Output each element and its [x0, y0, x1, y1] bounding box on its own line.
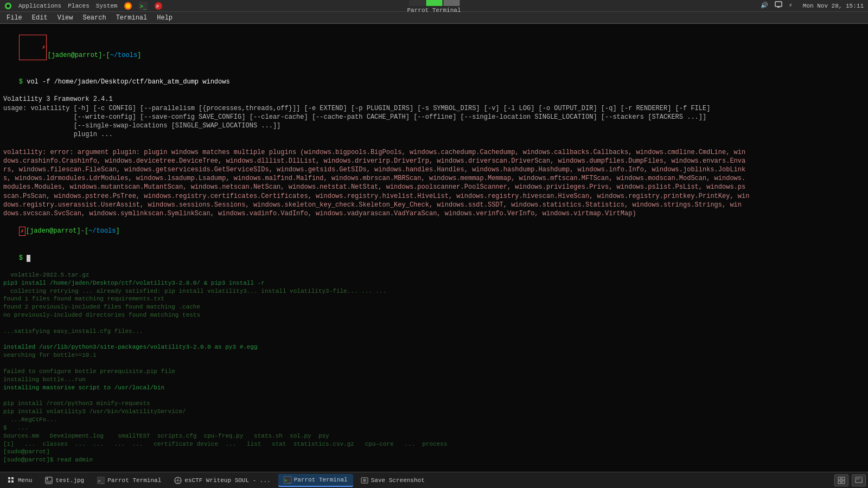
terminal-dim-21: Sources.mm Development.log smallTEST scr…: [3, 432, 865, 440]
menu-search[interactable]: Search: [78, 13, 110, 23]
windows-icon: [855, 477, 863, 484]
taskbar-menu-label: Menu: [18, 477, 32, 484]
svg-point-17: [47, 478, 48, 479]
terminal-line-6: plugin ...: [3, 130, 865, 139]
terminal-dim-6: no previously-included directories found…: [3, 311, 865, 319]
terminal-dim-23: [sudo@parrot]: [3, 448, 865, 456]
top-bar-center: Parrot Terminal: [407, 0, 461, 14]
terminal-dim-5: found 2 previously-included files found …: [3, 303, 865, 311]
terminal-dim-14: installing bottle...run: [3, 376, 865, 384]
terminal-line-7: [3, 139, 865, 147]
taskbar-terminal2-btn[interactable]: >_ Parrot Terminal: [278, 474, 353, 487]
terminal-line-1: ✗ [jaden@parrot]-[~/tools]: [3, 26, 865, 69]
terminal-dim-2: pip3 install /home/jaden/Desktop/ctf/vol…: [3, 279, 865, 287]
parrot-icon-top[interactable]: P: [154, 2, 163, 10]
network-icon[interactable]: ⚡: [789, 1, 796, 10]
display-icon[interactable]: [775, 1, 782, 10]
terminal-line-3: usage: volatility [-h] [-c CONFIG] [--pa…: [3, 104, 865, 113]
svg-rect-9: [775, 2, 782, 7]
terminal-icon-top[interactable]: >_: [139, 2, 148, 10]
terminal-error-1: volatility: error: argument plugin: plug…: [3, 148, 865, 157]
taskbar-terminal1-label: Parrot Terminal: [107, 477, 161, 484]
svg-rect-14: [8, 480, 10, 483]
terminal-error-5: modules.Modules, windows.mutantscan.Muta…: [3, 183, 865, 191]
terminal-dim-4: found 1 files found matching requirement…: [3, 295, 865, 303]
preview-block-3: [443, 0, 459, 6]
taskbar-testjpg-btn[interactable]: test.jpg: [40, 474, 90, 487]
taskbar-windows-btn[interactable]: [852, 474, 866, 486]
menu-terminal[interactable]: Terminal: [112, 13, 152, 23]
preview-block-2: [426, 0, 442, 6]
svg-rect-28: [838, 477, 841, 480]
taskbar-screenshot-label: Save Screenshot: [371, 477, 425, 484]
svg-text:P: P: [156, 4, 159, 10]
system-menu[interactable]: System: [96, 3, 118, 9]
taskbar-menu-btn[interactable]: Menu: [2, 474, 37, 487]
svg-point-1: [7, 4, 10, 8]
top-bar-left: Applications Places System >_ P: [4, 2, 163, 10]
terminal-error-7: dows.registry.userassist.UserAssist, win…: [3, 201, 865, 209]
svg-rect-13: [11, 477, 14, 479]
top-system-bar: Applications Places System >_ P Parrot T…: [0, 0, 868, 12]
parrot-logo[interactable]: [4, 2, 12, 10]
firefox-icon[interactable]: [124, 2, 132, 10]
svg-point-3: [126, 4, 130, 8]
taskbar-screenshot-btn[interactable]: Save Screenshot: [355, 474, 430, 487]
taskbar-terminal2-label: Parrot Terminal: [294, 477, 348, 483]
terminal-icon-tb1: >_: [97, 477, 105, 484]
taskbar-layout-btn[interactable]: [834, 474, 848, 486]
svg-point-27: [364, 480, 365, 481]
svg-rect-30: [838, 481, 841, 484]
image-icon: [45, 477, 53, 484]
terminal-dim-19: ...RegCtFo...: [3, 416, 865, 424]
menu-view[interactable]: View: [53, 13, 78, 23]
browser-icon: [174, 477, 182, 484]
terminal-dim-9: [3, 336, 865, 344]
svg-text:>_: >_: [284, 478, 290, 483]
terminal-dim-16: [3, 392, 865, 400]
terminal-error-4: s, windows.ldrmodules.LdrModules, window…: [3, 174, 865, 183]
svg-rect-34: [860, 477, 862, 480]
taskbar-terminal1-btn[interactable]: >_ Parrot Terminal: [92, 474, 167, 487]
svg-text:>_: >_: [98, 478, 104, 484]
menu-edit[interactable]: Edit: [28, 13, 52, 23]
taskbar-browser-label: esCTF Writeup SOUL - ...: [184, 477, 270, 484]
terminal-dim-22: [1] ... classes ... ... ... ... certific…: [3, 440, 865, 448]
svg-rect-10: [777, 7, 780, 8]
terminal-error-3: rs, windows.filescan.FileScan, windows.g…: [3, 165, 865, 174]
terminal-dim-13: failed to configure bottle prerequisite.…: [3, 368, 865, 376]
terminal-dim-8: ...satisfying easy_install.cfg files...: [3, 328, 865, 336]
layout-icon: [838, 477, 845, 484]
svg-text:>_: >_: [140, 3, 147, 10]
window-title: Parrot Terminal: [407, 7, 461, 14]
terminal-area[interactable]: ✗ [jaden@parrot]-[~/tools] $ vol -f /hom…: [0, 24, 868, 472]
apps-grid-icon: [8, 477, 15, 484]
terminal-dim-3: collecting retrying ... already satisfie…: [3, 287, 865, 296]
menu-help[interactable]: Help: [152, 13, 177, 23]
exit-code-box: ✗: [19, 35, 47, 60]
terminal-prompt-2: ✗[jaden@parrot]-[~/tools]: [3, 218, 865, 245]
taskbar-right: [834, 474, 866, 486]
terminal-dim-10: installed /usr/lib/python3/site-packages…: [3, 343, 865, 351]
menu-file[interactable]: File: [2, 13, 27, 23]
places-menu[interactable]: Places: [68, 3, 90, 9]
terminal-dim-20: $ ...: [3, 424, 865, 432]
applications-menu[interactable]: Applications: [18, 3, 61, 9]
volume-icon[interactable]: 🔊: [761, 1, 768, 10]
terminal-dim-7: [3, 319, 865, 328]
terminal-error-2: dows.crashinfo.Crashinfo, windows.device…: [3, 157, 865, 165]
terminal-line-5: [--single-swap-locations [SINGLE_SWAP_LO…: [3, 121, 865, 130]
terminal-dim-11: searching for bottle>=10.1: [3, 351, 865, 359]
terminal-error-6: scan.PsScan, windows.pstree.PsTree, wind…: [3, 192, 865, 201]
terminal-prompt-dollar: $: [3, 245, 865, 271]
menu-bar: File Edit View Search Terminal Help: [0, 12, 868, 24]
taskbar-testjpg-label: test.jpg: [55, 477, 84, 484]
screenshot-icon: [361, 477, 368, 484]
preview-block-1: [409, 0, 425, 6]
taskbar: Menu test.jpg >_ Parrot Terminal esCTF W…: [0, 472, 868, 488]
terminal-line-4: [--write-config] [--save-config SAVE_CON…: [3, 113, 865, 121]
taskbar-browser-btn[interactable]: esCTF Writeup SOUL - ...: [169, 474, 276, 487]
terminal-line-2: Volatility 3 Framework 2.4.1: [3, 95, 865, 104]
svg-rect-31: [842, 481, 845, 484]
svg-text:🔊: 🔊: [761, 1, 768, 9]
